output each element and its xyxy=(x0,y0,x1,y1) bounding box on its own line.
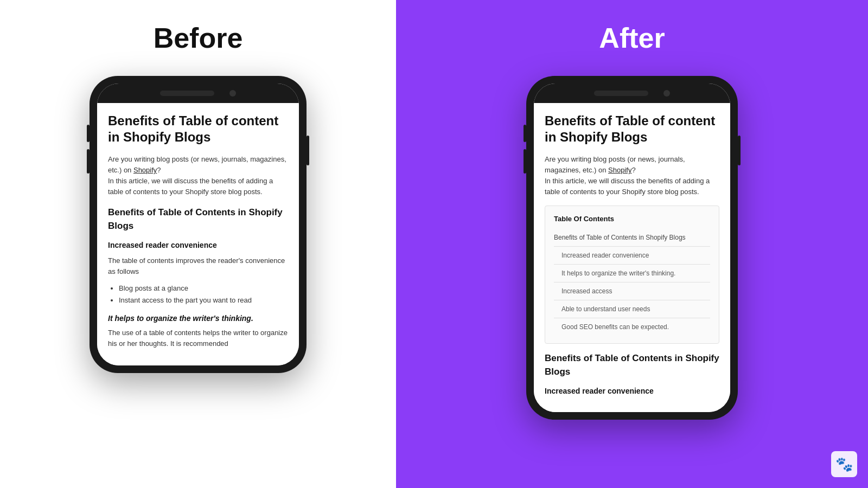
before-para1: The table of contents improves the reade… xyxy=(108,255,288,277)
after-intro-text3: In this article, we will discuss the ben… xyxy=(545,177,710,196)
before-sub-heading1: Increased reader convenience xyxy=(108,240,288,251)
after-panel: After Benefits of Table of content in Sh… xyxy=(396,0,868,488)
vol-up-btn xyxy=(87,125,90,142)
toc-item-3[interactable]: Increased access xyxy=(554,282,710,300)
before-intro-text3: In this article, we will discuss the ben… xyxy=(108,177,273,196)
after-section-heading: Benefits of Table of Contents in Shopify… xyxy=(545,351,719,379)
toc-box: Table Of Contents Benefits of Table of C… xyxy=(545,206,719,344)
after-screen-content: Benefits of Table of content in Shopify … xyxy=(534,103,730,412)
before-phone-frame: Benefits of Table of content in Shopify … xyxy=(90,76,307,373)
notch-pill xyxy=(160,91,214,96)
after-sub-heading1: Increased reader convenience xyxy=(545,386,719,397)
toc-item-1[interactable]: Increased reader convenience xyxy=(554,247,710,265)
toc-item-0[interactable]: Benefits of Table of Contents in Shopify… xyxy=(554,229,710,247)
toc-title: Table Of Contents xyxy=(554,214,710,224)
after-phone-screen: Benefits of Table of content in Shopify … xyxy=(534,84,730,412)
after-phone-notch xyxy=(534,84,730,103)
power-btn xyxy=(307,136,309,165)
before-para2: The use of a table of contents helps the… xyxy=(108,328,288,349)
after-power-btn xyxy=(738,136,741,165)
before-shopify-link[interactable]: Shopify xyxy=(133,166,157,174)
notch-camera xyxy=(229,90,236,97)
after-vol-up-btn xyxy=(524,125,526,142)
before-phone-screen: Benefits of Table of content in Shopify … xyxy=(97,84,299,365)
after-intro-para: Are you writing blog posts (or news, jou… xyxy=(545,154,719,198)
after-notch-camera xyxy=(663,90,670,97)
watermark-icon: 🐾 xyxy=(831,451,857,477)
before-intro-text2: ? xyxy=(157,166,161,174)
after-vol-down-btn xyxy=(524,149,526,174)
after-article-heading: Benefits of Table of content in Shopify … xyxy=(545,113,719,145)
toc-item-2[interactable]: It helps to organize the writer's thinki… xyxy=(554,265,710,282)
before-screen-content: Benefits of Table of content in Shopify … xyxy=(97,103,299,365)
after-title: After xyxy=(599,22,665,54)
before-list: Blog posts at a glance Instant access to… xyxy=(108,282,288,306)
toc-item-4[interactable]: Able to understand user needs xyxy=(554,300,710,318)
before-intro-para: Are you writing blog posts (or news, jou… xyxy=(108,154,288,198)
after-shopify-link[interactable]: Shopify xyxy=(608,166,631,174)
vol-down-btn xyxy=(87,149,90,174)
before-section-heading: Benefits of Table of Contents in Shopify… xyxy=(108,206,288,233)
before-panel: Before Benefits of Table of content in S… xyxy=(0,0,396,488)
before-article-heading: Benefits of Table of content in Shopify … xyxy=(108,113,288,145)
toc-item-5[interactable]: Good SEO benefits can be expected. xyxy=(554,318,710,336)
after-notch-pill xyxy=(594,91,648,96)
before-sub-heading2: It helps to organize the writer's thinki… xyxy=(108,313,288,324)
after-phone-frame: Benefits of Table of content in Shopify … xyxy=(526,76,738,420)
before-phone-notch xyxy=(97,84,299,103)
list-item-1: Blog posts at a glance xyxy=(119,282,288,294)
before-title: Before xyxy=(154,22,243,54)
list-item-2: Instant access to the part you want to r… xyxy=(119,294,288,306)
after-intro-text2: ? xyxy=(631,166,635,174)
